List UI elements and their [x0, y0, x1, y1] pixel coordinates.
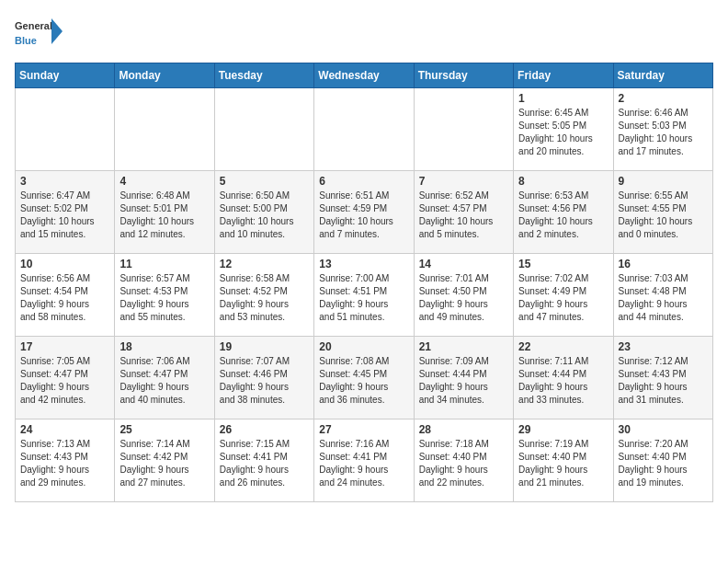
- day-number: 21: [419, 340, 508, 353]
- day-number: 22: [518, 340, 608, 353]
- calendar-cell: 7Sunrise: 6:52 AM Sunset: 4:57 PM Daylig…: [414, 171, 513, 254]
- calendar-week-row: 1Sunrise: 6:45 AM Sunset: 5:05 PM Daylig…: [16, 88, 713, 171]
- day-number: 16: [619, 258, 708, 270]
- day-of-week-header: Sunday: [16, 63, 115, 88]
- day-of-week-header: Friday: [514, 63, 613, 88]
- day-of-week-header: Thursday: [414, 63, 513, 88]
- day-info: Sunrise: 6:47 AM Sunset: 5:02 PM Dayligh…: [20, 190, 109, 241]
- calendar-cell: 5Sunrise: 6:50 AM Sunset: 5:00 PM Daylig…: [214, 171, 313, 254]
- calendar-cell: 17Sunrise: 7:05 AM Sunset: 4:47 PM Dayli…: [16, 337, 115, 419]
- calendar-cell: [414, 88, 513, 171]
- day-info: Sunrise: 7:00 AM Sunset: 4:51 PM Dayligh…: [319, 272, 408, 324]
- day-number: 25: [119, 423, 209, 436]
- day-number: 7: [419, 175, 508, 188]
- day-number: 2: [619, 92, 708, 105]
- day-info: Sunrise: 6:51 AM Sunset: 4:59 PM Dayligh…: [319, 190, 408, 241]
- day-number: 15: [518, 258, 608, 270]
- day-info: Sunrise: 7:15 AM Sunset: 4:41 PM Dayligh…: [220, 438, 309, 489]
- day-info: Sunrise: 7:08 AM Sunset: 4:45 PM Dayligh…: [319, 355, 408, 407]
- calendar-cell: 30Sunrise: 7:20 AM Sunset: 4:40 PM Dayli…: [613, 419, 712, 502]
- day-number: 13: [319, 258, 408, 270]
- day-number: 23: [619, 340, 708, 353]
- logo-svg: General Blue: [15, 15, 65, 52]
- calendar-cell: [314, 88, 414, 171]
- day-number: 9: [619, 175, 708, 188]
- day-info: Sunrise: 6:45 AM Sunset: 5:05 PM Dayligh…: [518, 107, 608, 158]
- calendar-cell: 25Sunrise: 7:14 AM Sunset: 4:42 PM Dayli…: [115, 419, 214, 502]
- calendar-table: SundayMondayTuesdayWednesdayThursdayFrid…: [15, 63, 713, 502]
- day-info: Sunrise: 7:19 AM Sunset: 4:40 PM Dayligh…: [518, 438, 608, 489]
- calendar-cell: 21Sunrise: 7:09 AM Sunset: 4:44 PM Dayli…: [414, 337, 513, 419]
- calendar-cell: 18Sunrise: 7:06 AM Sunset: 4:47 PM Dayli…: [115, 337, 214, 419]
- calendar-week-row: 3Sunrise: 6:47 AM Sunset: 5:02 PM Daylig…: [16, 171, 713, 254]
- day-number: 24: [20, 423, 109, 436]
- calendar-cell: 9Sunrise: 6:55 AM Sunset: 4:55 PM Daylig…: [613, 171, 712, 254]
- calendar-week-row: 10Sunrise: 6:56 AM Sunset: 4:54 PM Dayli…: [16, 254, 713, 337]
- day-info: Sunrise: 7:07 AM Sunset: 4:46 PM Dayligh…: [220, 355, 309, 407]
- calendar-cell: 27Sunrise: 7:16 AM Sunset: 4:41 PM Dayli…: [314, 419, 414, 502]
- day-number: 6: [319, 175, 408, 188]
- calendar-cell: 20Sunrise: 7:08 AM Sunset: 4:45 PM Dayli…: [314, 337, 414, 419]
- calendar-header-row: SundayMondayTuesdayWednesdayThursdayFrid…: [16, 63, 713, 88]
- calendar-cell: 24Sunrise: 7:13 AM Sunset: 4:43 PM Dayli…: [16, 419, 115, 502]
- calendar-cell: 14Sunrise: 7:01 AM Sunset: 4:50 PM Dayli…: [414, 254, 513, 337]
- day-number: 17: [20, 340, 109, 353]
- calendar-cell: 6Sunrise: 6:51 AM Sunset: 4:59 PM Daylig…: [314, 171, 414, 254]
- calendar-cell: 16Sunrise: 7:03 AM Sunset: 4:48 PM Dayli…: [613, 254, 712, 337]
- day-of-week-header: Saturday: [613, 63, 712, 88]
- calendar-cell: 15Sunrise: 7:02 AM Sunset: 4:49 PM Dayli…: [514, 254, 613, 337]
- day-of-week-header: Tuesday: [214, 63, 313, 88]
- day-number: 3: [20, 175, 109, 188]
- day-number: 19: [220, 340, 309, 353]
- day-number: 20: [319, 340, 408, 353]
- day-info: Sunrise: 7:02 AM Sunset: 4:49 PM Dayligh…: [518, 272, 608, 324]
- day-number: 1: [518, 92, 608, 105]
- day-info: Sunrise: 7:01 AM Sunset: 4:50 PM Dayligh…: [419, 272, 508, 324]
- day-info: Sunrise: 6:52 AM Sunset: 4:57 PM Dayligh…: [419, 190, 508, 241]
- day-info: Sunrise: 7:09 AM Sunset: 4:44 PM Dayligh…: [419, 355, 508, 407]
- day-number: 11: [119, 258, 209, 270]
- day-info: Sunrise: 7:16 AM Sunset: 4:41 PM Dayligh…: [319, 438, 408, 489]
- calendar-week-row: 17Sunrise: 7:05 AM Sunset: 4:47 PM Dayli…: [16, 337, 713, 419]
- day-info: Sunrise: 7:18 AM Sunset: 4:40 PM Dayligh…: [419, 438, 508, 489]
- day-number: 4: [119, 175, 209, 188]
- day-info: Sunrise: 7:05 AM Sunset: 4:47 PM Dayligh…: [20, 355, 109, 407]
- day-number: 5: [220, 175, 309, 188]
- calendar-cell: 22Sunrise: 7:11 AM Sunset: 4:44 PM Dayli…: [514, 337, 613, 419]
- day-number: 18: [119, 340, 209, 353]
- calendar-cell: 23Sunrise: 7:12 AM Sunset: 4:43 PM Dayli…: [613, 337, 712, 419]
- day-info: Sunrise: 6:55 AM Sunset: 4:55 PM Dayligh…: [619, 190, 708, 241]
- day-of-week-header: Monday: [115, 63, 214, 88]
- calendar-cell: [16, 88, 115, 171]
- svg-marker-1: [51, 18, 63, 44]
- svg-text:Blue: Blue: [15, 35, 37, 46]
- day-info: Sunrise: 6:53 AM Sunset: 4:56 PM Dayligh…: [518, 190, 608, 241]
- calendar-cell: 13Sunrise: 7:00 AM Sunset: 4:51 PM Dayli…: [314, 254, 414, 337]
- calendar-cell: 19Sunrise: 7:07 AM Sunset: 4:46 PM Dayli…: [214, 337, 313, 419]
- calendar-cell: 29Sunrise: 7:19 AM Sunset: 4:40 PM Dayli…: [514, 419, 613, 502]
- day-info: Sunrise: 6:58 AM Sunset: 4:52 PM Dayligh…: [220, 272, 309, 324]
- day-number: 12: [220, 258, 309, 270]
- day-number: 8: [518, 175, 608, 188]
- calendar-cell: 26Sunrise: 7:15 AM Sunset: 4:41 PM Dayli…: [214, 419, 313, 502]
- day-info: Sunrise: 7:14 AM Sunset: 4:42 PM Dayligh…: [119, 438, 209, 489]
- calendar-cell: 10Sunrise: 6:56 AM Sunset: 4:54 PM Dayli…: [16, 254, 115, 337]
- day-number: 14: [419, 258, 508, 270]
- calendar-cell: 8Sunrise: 6:53 AM Sunset: 4:56 PM Daylig…: [514, 171, 613, 254]
- logo: General Blue: [15, 15, 65, 52]
- day-info: Sunrise: 6:46 AM Sunset: 5:03 PM Dayligh…: [619, 107, 708, 158]
- day-number: 28: [419, 423, 508, 436]
- day-info: Sunrise: 7:03 AM Sunset: 4:48 PM Dayligh…: [619, 272, 708, 324]
- calendar-cell: 1Sunrise: 6:45 AM Sunset: 5:05 PM Daylig…: [514, 88, 613, 171]
- calendar-cell: 3Sunrise: 6:47 AM Sunset: 5:02 PM Daylig…: [16, 171, 115, 254]
- calendar-cell: [214, 88, 313, 171]
- day-number: 27: [319, 423, 408, 436]
- day-info: Sunrise: 6:56 AM Sunset: 4:54 PM Dayligh…: [20, 272, 109, 324]
- day-number: 29: [518, 423, 608, 436]
- day-info: Sunrise: 6:50 AM Sunset: 5:00 PM Dayligh…: [220, 190, 309, 241]
- calendar-cell: 4Sunrise: 6:48 AM Sunset: 5:01 PM Daylig…: [115, 171, 214, 254]
- svg-text:General: General: [15, 20, 52, 31]
- calendar-cell: 12Sunrise: 6:58 AM Sunset: 4:52 PM Dayli…: [214, 254, 313, 337]
- day-of-week-header: Wednesday: [314, 63, 414, 88]
- calendar-cell: 11Sunrise: 6:57 AM Sunset: 4:53 PM Dayli…: [115, 254, 214, 337]
